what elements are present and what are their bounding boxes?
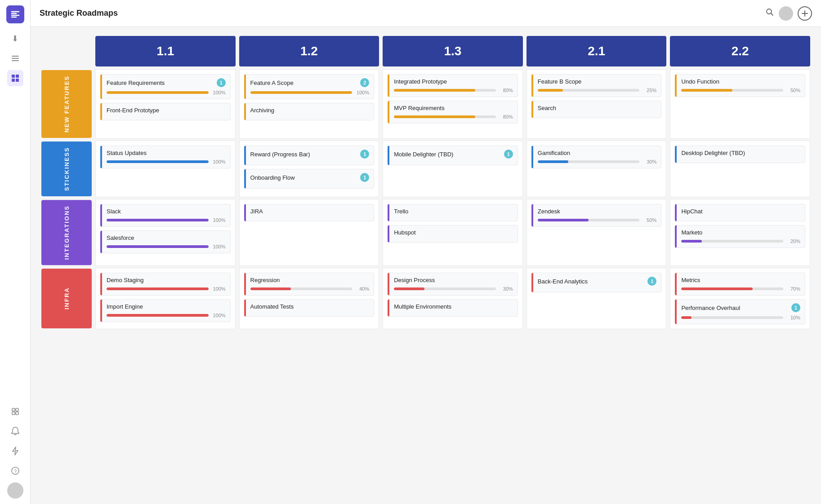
progress-bar-fill xyxy=(107,91,209,94)
feature-card[interactable]: Back-End Analytics1 xyxy=(531,273,662,292)
feature-title: Reward (Progress Bar) xyxy=(250,151,310,158)
feature-card[interactable]: Integrated Prototype80% xyxy=(388,74,518,97)
progress-label: 50% xyxy=(642,217,656,223)
cell-new-features-2.1: Feature B Scope25%Search xyxy=(527,69,667,139)
progress-bar-bg xyxy=(681,287,783,290)
feature-card[interactable]: Slack100% xyxy=(100,204,231,227)
feature-title: Demo Staging xyxy=(107,277,143,283)
feature-card[interactable]: Front-End Prototype xyxy=(100,103,231,120)
progress-label: 70% xyxy=(786,286,800,292)
feature-card-header: MVP Requirements xyxy=(394,105,513,111)
svg-rect-10 xyxy=(16,412,18,415)
progress-bar-bg xyxy=(250,91,352,94)
roadmap-icon[interactable] xyxy=(7,70,23,86)
progress-bar-fill xyxy=(394,115,475,118)
column-spacer xyxy=(40,36,94,68)
feature-card[interactable]: Zendesk50% xyxy=(531,204,662,227)
feature-card[interactable]: HipChat xyxy=(675,204,805,221)
header-avatar[interactable] xyxy=(779,6,793,21)
feature-title: Automated Tests xyxy=(250,303,294,310)
feature-card-header: Slack xyxy=(107,208,226,215)
feature-card[interactable]: Status Updates100% xyxy=(100,146,231,168)
progress-label: 100% xyxy=(211,90,226,95)
feature-card[interactable]: Demo Staging100% xyxy=(100,273,231,296)
download-icon[interactable]: ⬇ xyxy=(7,31,23,47)
feature-card[interactable]: Metrics70% xyxy=(675,273,805,296)
feature-title: Hubspot xyxy=(394,229,415,236)
feature-card-header: Marketo xyxy=(681,229,800,236)
feature-title: Feature Requirements xyxy=(107,80,165,86)
feature-card-header: Demo Staging xyxy=(107,277,226,283)
feature-card-header: Desktop Delighter (TBD) xyxy=(681,150,800,156)
feature-card-header: Onboarding Flow1 xyxy=(250,173,370,182)
feature-card[interactable]: Undo Function50% xyxy=(675,74,805,97)
add-button[interactable] xyxy=(798,6,812,21)
feature-card-header: Reward (Progress Bar)1 xyxy=(250,150,370,159)
help-icon[interactable]: ? xyxy=(7,463,23,479)
feature-card[interactable]: Feature B Scope25% xyxy=(531,74,662,97)
header: Strategic Roadmaps xyxy=(31,0,821,27)
page-title: Strategic Roadmaps xyxy=(40,9,760,18)
feature-card[interactable]: Reward (Progress Bar)1 xyxy=(244,146,375,165)
progress-bar-fill xyxy=(107,219,209,221)
feature-card-header: Status Updates xyxy=(107,150,226,156)
progress-bar-bg xyxy=(681,316,783,319)
feature-card[interactable]: JIRA xyxy=(244,204,375,221)
progress-container: 100% xyxy=(107,217,226,223)
feature-card[interactable]: Regression40% xyxy=(244,273,375,296)
search-icon[interactable] xyxy=(765,8,774,19)
feature-title: Front-End Prototype xyxy=(107,107,159,114)
feature-title: Performance Overhaul xyxy=(681,305,740,311)
roadmap-container: 1.11.21.32.12.2NEW FEATURESFeature Requi… xyxy=(31,27,821,504)
progress-label: 30% xyxy=(642,159,656,164)
cell-integrations-1.1: Slack100%Salesforce100% xyxy=(95,199,236,266)
feature-card[interactable]: Marketo20% xyxy=(675,225,805,248)
progress-container: 100% xyxy=(107,90,226,95)
cell-stickiness-2.1: Gamification30% xyxy=(527,141,667,197)
feature-card[interactable]: Automated Tests xyxy=(244,299,375,317)
feature-card[interactable]: Feature A Scope2100% xyxy=(244,74,375,99)
progress-label: 100% xyxy=(211,286,226,292)
cell-stickiness-1.2: Reward (Progress Bar)1Onboarding Flow1 xyxy=(239,141,379,197)
feature-card[interactable]: Salesforce100% xyxy=(100,230,231,253)
feature-card[interactable]: Performance Overhaul110% xyxy=(675,299,805,324)
feature-card[interactable]: Trello xyxy=(388,204,518,221)
progress-label: 80% xyxy=(499,114,513,119)
feature-card[interactable]: Mobile Delighter (TBD)1 xyxy=(388,146,518,165)
feature-card[interactable]: Gamification30% xyxy=(531,146,662,168)
column-header-2.1: 2.1 xyxy=(527,36,667,66)
feature-card[interactable]: Feature Requirements1100% xyxy=(100,74,231,99)
feature-badge: 2 xyxy=(360,78,369,87)
flash-icon[interactable] xyxy=(7,443,23,459)
progress-label: 100% xyxy=(211,313,226,318)
import-icon[interactable] xyxy=(7,403,23,420)
feature-card[interactable]: Multiple Environments xyxy=(388,299,518,317)
feature-card[interactable]: Design Process30% xyxy=(388,273,518,296)
list-icon[interactable] xyxy=(7,50,23,66)
feature-card[interactable]: Import Engine100% xyxy=(100,299,231,322)
feature-card[interactable]: Onboarding Flow1 xyxy=(244,169,375,189)
feature-card[interactable]: MVP Requirements80% xyxy=(388,101,518,124)
progress-bar-fill xyxy=(250,287,291,290)
user-avatar[interactable] xyxy=(7,482,23,499)
progress-label: 25% xyxy=(642,88,656,93)
feature-card[interactable]: Desktop Delighter (TBD) xyxy=(675,146,805,163)
progress-bar-fill xyxy=(538,89,563,92)
cell-stickiness-1.3: Mobile Delighter (TBD)1 xyxy=(383,141,523,197)
feature-card-header: Design Process xyxy=(394,277,513,283)
feature-card[interactable]: Archiving xyxy=(244,103,375,120)
progress-bar-bg xyxy=(394,115,496,118)
feature-title: Archiving xyxy=(250,107,274,114)
bell-icon[interactable] xyxy=(7,423,23,439)
progress-bar-bg xyxy=(107,314,209,317)
cell-new-features-2.2: Undo Function50% xyxy=(670,69,810,139)
feature-card-header: Import Engine xyxy=(107,303,226,310)
progress-bar-bg xyxy=(250,287,352,290)
feature-card[interactable]: Search xyxy=(531,101,662,118)
cell-infra-1.3: Design Process30%Multiple Environments xyxy=(383,268,523,329)
feature-card[interactable]: Hubspot xyxy=(388,225,518,243)
cell-new-features-1.3: Integrated Prototype80%MVP Requirements8… xyxy=(383,69,523,139)
progress-bar-bg xyxy=(394,287,496,290)
feature-title: Multiple Environments xyxy=(394,303,451,310)
app-logo[interactable] xyxy=(6,5,24,23)
